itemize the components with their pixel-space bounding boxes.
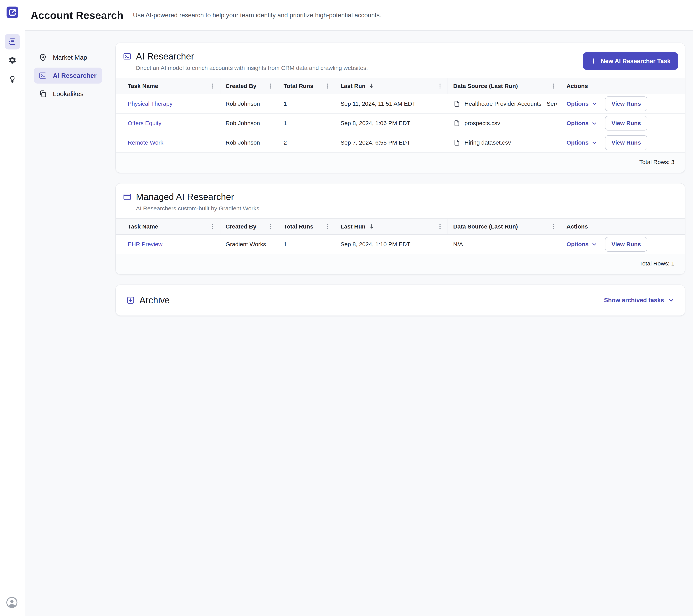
table-header-row: Task Name Created By Total Runs Las: [116, 218, 685, 235]
section-subtitle: AI Researchers custom-built by Gradient …: [136, 205, 261, 212]
app-root: Account Research Use AI-powered research…: [0, 0, 693, 616]
cards-column: AI Researcher Direct an AI model to enri…: [102, 31, 693, 616]
rail-settings-button[interactable]: [5, 52, 20, 68]
sidebar-item-ai-researcher[interactable]: AI Researcher: [34, 67, 102, 83]
column-header-data-source[interactable]: Data Source (Last Run): [448, 219, 561, 235]
column-menu-icon[interactable]: [267, 223, 274, 230]
data-source-label: N/A: [453, 241, 463, 247]
rail-ideas-button[interactable]: [5, 71, 20, 87]
total-runs-cell: 1: [278, 120, 335, 126]
options-button[interactable]: Options: [567, 120, 597, 126]
actions-cell: Options View Runs: [561, 96, 685, 111]
created-by-cell: Rob Johnson: [220, 139, 279, 146]
last-run-cell: Sep 7, 2024, 6:55 PM EDT: [335, 139, 448, 146]
column-header-created-by[interactable]: Created By: [220, 219, 279, 235]
column-header-total-runs[interactable]: Total Runs: [278, 78, 335, 94]
rail-research-button[interactable]: [5, 34, 20, 49]
section-subtitle: Direct an AI model to enrich accounts wi…: [136, 65, 368, 71]
column-menu-icon[interactable]: [324, 223, 331, 230]
task-link[interactable]: Remote Work: [128, 139, 163, 146]
ai-researcher-card: AI Researcher Direct an AI model to enri…: [115, 42, 685, 173]
archive-card: Archive Show archived tasks: [115, 284, 685, 316]
plus-icon: [590, 58, 597, 64]
column-label: Task Name: [128, 223, 158, 230]
created-by-cell: Rob Johnson: [220, 100, 279, 107]
options-button[interactable]: Options: [567, 241, 597, 247]
actions-cell: Options View Runs: [561, 237, 685, 252]
last-run-cell: Sep 11, 2024, 11:51 AM EDT: [335, 100, 448, 107]
column-header-data-source[interactable]: Data Source (Last Run): [448, 78, 561, 94]
show-archived-tasks-link[interactable]: Show archived tasks: [604, 297, 674, 304]
column-label: Task Name: [128, 83, 158, 89]
task-link[interactable]: Offers Equity: [128, 120, 161, 126]
actions-cell: Options View Runs: [561, 135, 685, 150]
section-title: Managed AI Researcher: [136, 192, 234, 202]
lightbulb-icon: [8, 75, 17, 83]
view-runs-button[interactable]: View Runs: [605, 96, 647, 111]
column-header-created-by[interactable]: Created By: [220, 78, 279, 94]
app-logo[interactable]: [6, 6, 18, 18]
column-menu-icon[interactable]: [437, 223, 443, 230]
last-run-cell: Sep 8, 2024, 1:10 PM EDT: [335, 241, 448, 247]
total-runs-cell: 1: [278, 241, 335, 247]
sort-descending-icon: [369, 223, 375, 230]
task-link[interactable]: Physical Therapy: [128, 100, 173, 107]
sidebar-item-market-map[interactable]: Market Map: [34, 49, 102, 65]
chevron-down-icon: [668, 297, 674, 303]
table-header-row: Task Name Created By Total Runs Las: [116, 78, 685, 94]
sidebar-nav: Market Map AI Researcher: [25, 31, 102, 616]
sidebar-item-lookalikes[interactable]: Lookalikes: [34, 86, 102, 102]
column-header-last-run[interactable]: Last Run: [335, 78, 448, 94]
column-header-total-runs[interactable]: Total Runs: [278, 219, 335, 235]
page-title: Account Research: [31, 9, 123, 21]
sidebar-item-label: AI Researcher: [53, 72, 97, 79]
column-label: Created By: [225, 83, 256, 89]
sidebar-item-label: Market Map: [53, 54, 87, 61]
view-runs-button[interactable]: View Runs: [605, 135, 647, 150]
column-header-last-run[interactable]: Last Run: [335, 219, 448, 235]
column-menu-icon[interactable]: [267, 83, 274, 89]
options-button[interactable]: Options: [567, 100, 597, 107]
options-label: Options: [567, 241, 589, 247]
column-header-actions: Actions: [561, 78, 685, 94]
task-link[interactable]: EHR Preview: [128, 241, 163, 247]
file-icon: [453, 139, 460, 146]
column-menu-icon[interactable]: [437, 83, 443, 89]
view-runs-button[interactable]: View Runs: [605, 116, 647, 131]
column-menu-icon[interactable]: [209, 83, 216, 89]
options-label: Options: [567, 100, 589, 107]
data-source-label: Healthcare Provider Accounts - Servic: [464, 100, 557, 107]
new-ai-researcher-task-button[interactable]: New AI Researcher Task: [583, 52, 678, 70]
column-menu-icon[interactable]: [550, 223, 557, 230]
table-row: Physical Therapy Rob Johnson 1 Sep 11, 2…: [116, 94, 685, 114]
view-runs-button[interactable]: View Runs: [605, 237, 647, 252]
section-title: AI Researcher: [136, 51, 194, 62]
column-label: Data Source (Last Run): [453, 223, 518, 230]
data-source-cell: prospects.csv: [448, 120, 561, 127]
column-header-task-name[interactable]: Task Name: [116, 78, 220, 94]
file-icon: [453, 100, 460, 107]
column-menu-icon[interactable]: [324, 83, 331, 89]
app-window-icon: [123, 192, 132, 201]
column-menu-icon[interactable]: [550, 83, 557, 89]
column-header-actions: Actions: [561, 219, 685, 235]
options-button[interactable]: Options: [567, 139, 597, 146]
last-run-cell: Sep 8, 2024, 1:06 PM EDT: [335, 120, 448, 126]
section-title: Archive: [139, 295, 170, 305]
page-subtitle: Use AI-powered research to help your tea…: [133, 12, 381, 19]
managed-ai-researcher-card: Managed AI Researcher AI Researchers cus…: [115, 183, 685, 275]
data-source-label: prospects.csv: [464, 120, 500, 126]
data-source-cell: Hiring dataset.csv: [448, 139, 561, 146]
column-menu-icon[interactable]: [209, 223, 216, 230]
archive-icon: [126, 296, 135, 305]
column-header-task-name[interactable]: Task Name: [116, 219, 220, 235]
chevron-down-icon: [592, 241, 597, 247]
topbar: Account Research Use AI-powered research…: [25, 0, 693, 31]
column-label: Actions: [567, 83, 588, 89]
user-avatar[interactable]: [5, 596, 19, 610]
column-label: Actions: [567, 223, 588, 230]
copy-icon: [39, 90, 47, 98]
chevron-down-icon: [592, 120, 597, 126]
column-label: Last Run: [340, 83, 365, 89]
notebook-icon: [8, 38, 17, 46]
